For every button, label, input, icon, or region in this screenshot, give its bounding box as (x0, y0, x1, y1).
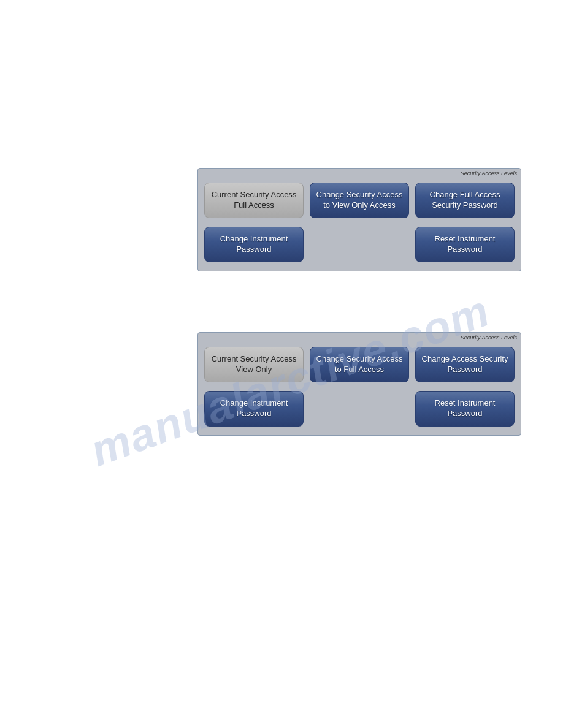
change-to-view-only-button[interactable]: Change Security Accessto View Only Acces… (310, 183, 409, 218)
current-access-full-button[interactable]: Current Security AccessFull Access (204, 183, 304, 218)
change-full-access-password-button[interactable]: Change Full AccessSecurity Password (415, 183, 515, 218)
change-access-security-password-button[interactable]: Change Access Security Password (415, 347, 515, 382)
change-to-full-access-button[interactable]: Change Security Accessto Full Access (310, 347, 409, 382)
change-instrument-password-button[interactable]: Change InstrumentPassword (204, 227, 304, 262)
panel1-row1: Current Security AccessFull Access Chang… (198, 178, 521, 227)
reset-instrument-password2-button[interactable]: Reset InstrumentPassword (415, 391, 515, 427)
panel1-row2: Change InstrumentPassword Reset Instrume… (198, 227, 521, 271)
panel2-row2: Change InstrumentPassword Reset Instrume… (198, 391, 521, 435)
panel2-row1: Current Security AccessView Only Change … (198, 342, 521, 391)
panel2-empty-slot (310, 391, 409, 427)
panel1-title: Security Access Levels (198, 169, 521, 178)
reset-instrument-password-button[interactable]: Reset InstrumentPassword (415, 227, 515, 262)
panel-view-only: Security Access Levels Current Security … (197, 332, 521, 436)
panel1-empty-slot (310, 227, 409, 262)
panel2-title: Security Access Levels (198, 333, 521, 342)
current-access-view-only-button[interactable]: Current Security AccessView Only (204, 347, 304, 382)
change-instrument-password2-button[interactable]: Change InstrumentPassword (204, 391, 304, 427)
panel-full-access: Security Access Levels Current Security … (197, 168, 521, 271)
